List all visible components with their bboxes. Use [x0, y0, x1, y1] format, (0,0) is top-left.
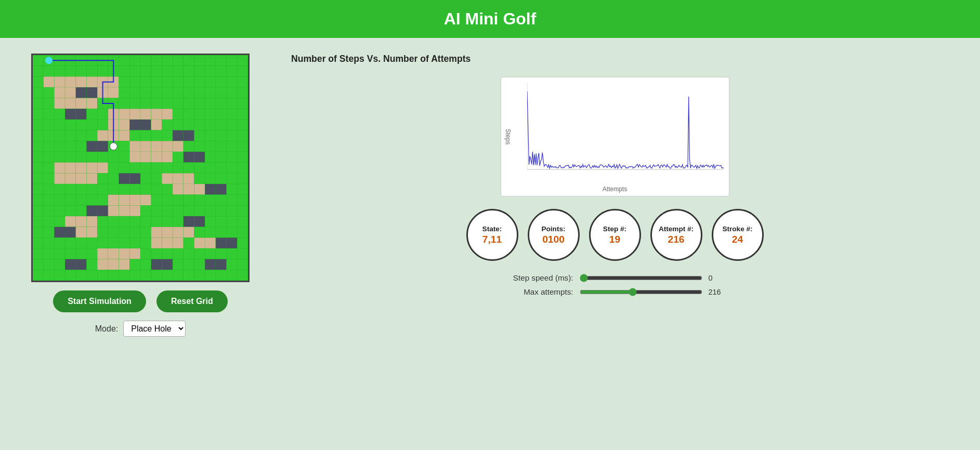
control-slider[interactable] [580, 288, 702, 296]
stat-value: 24 [732, 234, 743, 245]
stat-value: 0100 [542, 234, 565, 245]
app-title: AI Mini Golf [9, 9, 971, 29]
stat-label: State: [482, 225, 502, 233]
chart-svg [527, 83, 724, 180]
controls-section: Step speed (ms): 0Max attempts: 216 [501, 273, 729, 296]
stat-value: 216 [668, 234, 684, 245]
start-simulation-button[interactable]: Start Simulation [53, 290, 146, 312]
mode-row: Mode: Place HolePlace BallPlace WallEras… [95, 321, 186, 337]
chart-title: Number of Steps Vs. Number of Attempts [291, 54, 471, 64]
control-row: Max attempts: 216 [501, 287, 729, 296]
stats-row: State: 7,11Points: 0100Step #: 19Attempt… [466, 209, 764, 261]
stat-circle: Attempt #: 216 [650, 209, 702, 261]
control-row: Step speed (ms): 0 [501, 273, 729, 282]
stat-label: Points: [541, 225, 565, 233]
chart-x-label: Attempts [603, 186, 627, 193]
control-value: 216 [709, 288, 729, 296]
mode-label: Mode: [95, 324, 118, 334]
left-panel: Start Simulation Reset Grid Mode: Place … [31, 54, 250, 337]
button-row: Start Simulation Reset Grid [53, 290, 228, 312]
control-slider[interactable] [580, 274, 702, 282]
golf-canvas[interactable] [33, 55, 248, 281]
main-content: Start Simulation Reset Grid Mode: Place … [0, 38, 980, 352]
reset-grid-button[interactable]: Reset Grid [156, 290, 228, 312]
stat-label: Stroke #: [722, 225, 752, 233]
stat-label: Step #: [603, 225, 626, 233]
chart-y-label: Steps [504, 129, 512, 145]
control-label: Max attempts: [501, 287, 573, 296]
stat-value: 7,11 [482, 234, 502, 245]
stat-circle: State: 7,11 [466, 209, 518, 261]
stat-circle: Stroke #: 24 [712, 209, 764, 261]
stat-circle: Step #: 19 [589, 209, 641, 261]
stat-label: Attempt #: [659, 225, 694, 233]
stat-circle: Points: 0100 [528, 209, 580, 261]
control-label: Step speed (ms): [501, 273, 573, 282]
stat-value: 19 [609, 234, 620, 245]
app-header: AI Mini Golf [0, 0, 980, 38]
control-value: 0 [709, 274, 729, 282]
chart-container: Steps Attempts [501, 77, 729, 196]
mode-select[interactable]: Place HolePlace BallPlace WallErase [123, 321, 186, 337]
right-panel: Number of Steps Vs. Number of Attempts S… [281, 54, 949, 296]
golf-grid[interactable] [31, 54, 250, 282]
